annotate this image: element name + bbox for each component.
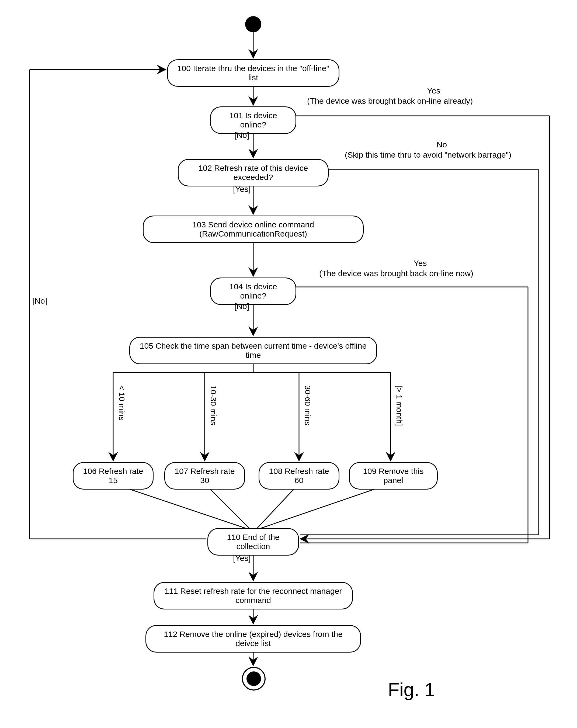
node-109: 109 Remove this panel <box>349 462 438 490</box>
node-111-text: 111 Reset refresh rate for the reconnect… <box>161 587 346 605</box>
start-node <box>245 16 261 32</box>
node-104: 104 Is device online? <box>210 278 296 305</box>
node-112-text: 112 Remove the online (expired) devices … <box>153 630 354 648</box>
svg-line-21 <box>205 484 249 528</box>
node-103: 103 Send device online command (RawCommu… <box>143 215 364 243</box>
node-101-text: 101 Is device online? <box>217 111 289 129</box>
edge-104-yes-line1: Yes <box>313 259 528 268</box>
node-110-text: 110 End of the collection <box>215 533 292 551</box>
edge-104-no: [No] <box>234 302 249 311</box>
node-112: 112 Remove the online (expired) devices … <box>146 625 361 653</box>
edge-110-yes: [Yes] <box>233 554 251 563</box>
node-101: 101 Is device online? <box>210 106 296 134</box>
node-103-text: 103 Send device online command (RawCommu… <box>150 220 357 238</box>
node-108: 108 Refresh rate 60 <box>259 462 339 490</box>
node-100: 100 Iterate thru the devices in the "off… <box>167 59 339 87</box>
node-102: 102 Refresh rate of this device exceeded… <box>178 159 329 186</box>
node-105: 105 Check the time span between current … <box>129 337 377 364</box>
edge-102-no-line1: No <box>342 140 542 149</box>
svg-line-20 <box>113 484 245 528</box>
edge-102-no-line2: (Skip this time thru to avoid "network b… <box>345 150 511 159</box>
node-105-text: 105 Check the time span between current … <box>137 341 370 360</box>
svg-line-22 <box>257 484 299 528</box>
edge-101-yes-line2: (The device was brought back on-line alr… <box>307 97 473 106</box>
edge-101-yes-line1: Yes <box>313 86 555 95</box>
node-108-text: 108 Refresh rate 60 <box>266 467 332 485</box>
node-107: 107 Refresh rate 30 <box>164 462 245 490</box>
node-110: 110 End of the collection <box>207 528 299 555</box>
node-106-text: 106 Refresh rate 15 <box>80 467 146 485</box>
branch-label-109: [> 1 month] <box>395 385 404 426</box>
node-107-text: 107 Refresh rate 30 <box>172 467 238 485</box>
branch-label-108: 30-60 mins <box>303 385 312 425</box>
edge-110-no: [No] <box>32 296 47 306</box>
node-111: 111 Reset refresh rate for the reconnect… <box>154 582 353 609</box>
node-104-text: 104 Is device online? <box>217 282 289 301</box>
flowchart-canvas: 100 Iterate thru the devices in the "off… <box>11 11 566 717</box>
edge-102-yes: [Yes] <box>233 185 251 194</box>
end-node <box>242 667 266 691</box>
svg-line-23 <box>261 484 391 528</box>
node-106: 106 Refresh rate 15 <box>73 462 154 490</box>
edge-101-no: [No] <box>234 131 249 140</box>
node-100-text: 100 Iterate thru the devices in the "off… <box>174 64 332 82</box>
figure-label: Fig. 1 <box>388 679 435 701</box>
end-node-inner <box>246 671 261 686</box>
branch-label-106: < 10 mins <box>117 385 126 421</box>
node-109-text: 109 Remove this panel <box>356 467 430 485</box>
node-102-text: 102 Refresh rate of this device exceeded… <box>185 163 321 182</box>
edge-104-yes-line2: (The device was brought back on-line now… <box>319 269 473 278</box>
branch-label-107: 10-30 mins <box>209 385 218 425</box>
branch-bar <box>113 372 391 373</box>
